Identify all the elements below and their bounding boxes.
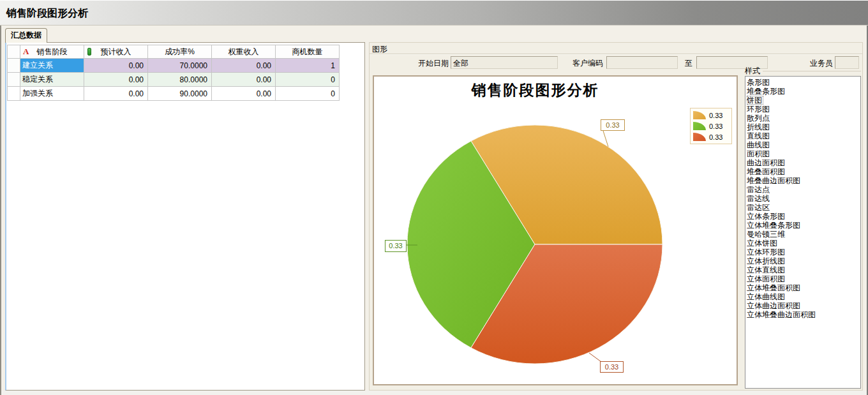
table-row-establish: 建立关系 0.00 70.0000 0.00 1 (8, 59, 340, 73)
cell-weighted[interactable]: 0.00 (212, 87, 276, 101)
col-header-success-rate[interactable]: 成功率% (148, 45, 212, 59)
pie-chart-area: 销售阶段图形分析 (373, 75, 738, 385)
style-item-3d-stacked-bar[interactable]: 立体堆叠条形图 (747, 221, 860, 230)
salesman-label: 业务员 (801, 58, 833, 69)
legend-swatch-orange-icon (693, 111, 706, 119)
app-window: 销售阶段图形分析 汇总数据 A 销售阶段 预计收入 (0, 0, 868, 395)
style-item-pie[interactable]: 饼图 (747, 96, 763, 105)
style-item-3d-pie[interactable]: 立体饼图 (747, 239, 860, 248)
legend-swatch-red-icon (693, 133, 706, 141)
col-header-stage[interactable]: A 销售阶段 (20, 45, 84, 59)
style-group-label: 样式 (745, 66, 760, 77)
style-item-3d-bar[interactable]: 立体条形图 (747, 212, 860, 221)
style-item-area[interactable]: 面积图 (747, 149, 860, 158)
style-item-bar[interactable]: 条形图 (747, 78, 860, 87)
cell-count[interactable]: 0 (276, 73, 340, 87)
cell-weighted[interactable]: 0.00 (212, 59, 276, 73)
col-header-opportunity-count[interactable]: 商机数量 (276, 45, 340, 59)
style-item-radar-area[interactable]: 雷达区 (747, 203, 860, 212)
bottom-strip (0, 391, 868, 395)
table-row-stabilize: 稳定关系 0.00 80.0000 0.00 0 (8, 73, 340, 87)
chart-style-listbox[interactable]: 条形图 堆叠条形图 饼图 环形图 散列点 折线图 直线图 曲线图 面积图 曲边面… (745, 76, 861, 389)
style-item-3d-stacked-area[interactable]: 立体堆叠面积图 (747, 283, 860, 292)
style-item-stacked-area[interactable]: 堆叠面积图 (747, 167, 860, 176)
title-bar: 销售阶段图形分析 (0, 0, 868, 26)
graph-group-panel: 图形 开始日期 全部 客户编码 至 业务员 销售阶段图形分析 (369, 42, 863, 391)
style-item-polyline[interactable]: 折线图 (747, 123, 860, 131)
style-item-3d-curved-area[interactable]: 立体曲边面积图 (747, 301, 860, 310)
cell-success[interactable]: 90.0000 (148, 87, 212, 101)
cell-expected[interactable]: 0.00 (84, 87, 148, 101)
cell-stage[interactable]: 加强关系 (20, 87, 84, 101)
cell-expected[interactable]: 0.00 (84, 59, 148, 73)
slice-label-orange: 0.33 (601, 119, 625, 131)
group-divider (370, 54, 862, 54)
table-row-strengthen: 加强关系 0.00 90.0000 0.00 0 (8, 87, 340, 101)
summary-grid-panel: A 销售阶段 预计收入 成功率% 权重收入 商机数量 建立关系 0.00 (5, 42, 365, 391)
cell-weighted[interactable]: 0.00 (212, 73, 276, 87)
window-frame-left (0, 26, 1, 395)
style-item-3d-stacked-curved-area[interactable]: 立体堆叠曲边面积图 (747, 310, 860, 319)
style-item-3d-donut[interactable]: 立体环形图 (747, 248, 860, 257)
style-item-stacked-bar[interactable]: 堆叠条形图 (747, 87, 860, 96)
cell-expected[interactable]: 0.00 (84, 73, 148, 87)
cell-stage[interactable]: 稳定关系 (20, 73, 84, 87)
row-indicator[interactable] (8, 87, 20, 101)
style-item-radar-point[interactable]: 雷达点 (747, 185, 860, 194)
col-header-weighted-income[interactable]: 权重收入 (212, 45, 276, 59)
legend-item: 0.33 (693, 132, 729, 142)
col-label-stage: 销售阶段 (37, 47, 68, 57)
style-item-manhattan-3d[interactable]: 曼哈顿三维 (747, 230, 860, 239)
style-item-3d-polyline[interactable]: 立体折线图 (747, 257, 860, 265)
summary-table: A 销售阶段 预计收入 成功率% 权重收入 商机数量 建立关系 0.00 (7, 45, 340, 101)
style-item-donut[interactable]: 环形图 (747, 105, 860, 114)
legend-item: 0.33 (693, 110, 729, 120)
slice-label-green: 0.33 (385, 240, 407, 252)
tab-summary-data[interactable]: 汇总数据 (5, 28, 47, 43)
slice-label-red: 0.33 (600, 361, 624, 373)
style-item-curved-area[interactable]: 曲边面积图 (747, 158, 860, 167)
legend-item: 0.33 (693, 121, 729, 131)
customer-code-input[interactable] (606, 56, 678, 69)
legend-swatch-green-icon (693, 122, 706, 130)
row-indicator[interactable] (8, 59, 20, 73)
start-date-input[interactable]: 全部 (451, 56, 558, 69)
tab-strip: 汇总数据 (0, 26, 868, 42)
style-item-3d-curve[interactable]: 立体曲线图 (747, 292, 860, 301)
chart-legend: 0.33 0.33 0.33 (690, 108, 732, 144)
style-item-stacked-curved-area[interactable]: 堆叠曲边面积图 (747, 176, 860, 185)
cell-success[interactable]: 70.0000 (148, 59, 212, 73)
style-item-3d-area[interactable]: 立体面积图 (747, 274, 860, 283)
table-header-row: A 销售阶段 预计收入 成功率% 权重收入 商机数量 (8, 45, 340, 59)
cell-success[interactable]: 80.0000 (148, 73, 212, 87)
style-item-3d-straight-line[interactable]: 立体直线图 (747, 265, 860, 274)
to-label: 至 (684, 58, 694, 69)
row-indicator[interactable] (8, 73, 20, 87)
customer-code-label: 客户编码 (562, 58, 603, 69)
cell-count[interactable]: 0 (276, 87, 340, 101)
callout-line-red (589, 353, 601, 362)
salesman-input[interactable] (835, 56, 859, 69)
cell-count[interactable]: 1 (276, 59, 340, 73)
pie-chart-svg (374, 77, 739, 387)
start-date-label: 开始日期 (408, 58, 449, 69)
page-title: 销售阶段图形分析 (6, 7, 88, 20)
style-item-scatter[interactable]: 散列点 (747, 114, 860, 123)
row-indicator-header[interactable] (8, 45, 20, 59)
sort-a-icon: A (23, 47, 29, 57)
col-label-expected-income: 预计收入 (101, 47, 131, 57)
green-bar-icon (87, 48, 91, 56)
style-item-radar-line[interactable]: 雷达线 (747, 194, 860, 203)
style-item-straight-line[interactable]: 直线图 (747, 131, 860, 140)
cell-stage[interactable]: 建立关系 (20, 59, 84, 73)
style-group-divider (763, 71, 861, 71)
col-header-expected-income[interactable]: 预计收入 (84, 45, 148, 59)
style-item-curve[interactable]: 曲线图 (747, 140, 860, 149)
